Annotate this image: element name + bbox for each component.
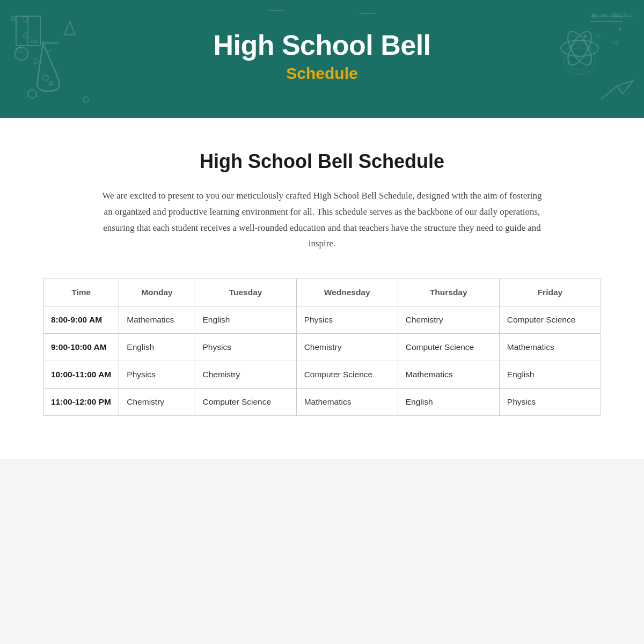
- deco-tl-icon: ⌓ ▷: [27, 32, 41, 70]
- deco-left-icon: ⊙ ○ △ ○: [11, 11, 28, 57]
- cell-friday: Mathematics: [499, 334, 601, 361]
- col-header-tuesday: Tuesday: [195, 279, 296, 306]
- cell-monday: Chemistry: [119, 389, 195, 416]
- col-header-friday: Friday: [499, 279, 601, 306]
- cell-thursday: Computer Science: [398, 334, 499, 361]
- svg-rect-14: [16, 16, 40, 46]
- cell-time: 10:00-11:00 AM: [43, 361, 119, 389]
- cell-friday: English: [499, 361, 601, 389]
- cell-thursday: English: [398, 389, 499, 416]
- cell-time: 11:00-12:00 PM: [43, 389, 119, 416]
- main-content: High School Bell Schedule We are excited…: [0, 118, 644, 459]
- cell-thursday: Chemistry: [398, 306, 499, 334]
- svg-point-16: [28, 90, 36, 98]
- table-header: Time Monday Tuesday Wednesday Thursday F…: [43, 279, 601, 306]
- svg-marker-5: [64, 21, 75, 35]
- cell-tuesday: Computer Science: [195, 389, 296, 416]
- cell-monday: Physics: [119, 361, 195, 389]
- cell-monday: Mathematics: [119, 306, 195, 334]
- svg-point-8: [564, 28, 596, 69]
- deco-tr-icon: ✦ ✧: [582, 27, 601, 44]
- cell-wednesday: Computer Science: [296, 361, 398, 389]
- cell-friday: Physics: [499, 389, 601, 416]
- cell-wednesday: Mathematics: [296, 389, 398, 416]
- cell-time: 9:00-10:00 AM: [43, 334, 119, 361]
- col-header-wednesday: Wednesday: [296, 279, 398, 306]
- svg-point-17: [83, 97, 89, 102]
- table-row: 8:00-9:00 AMMathematicsEnglishPhysicsChe…: [43, 306, 601, 334]
- svg-point-9: [564, 28, 596, 69]
- cell-friday: Computer Science: [499, 306, 601, 334]
- table-body: 8:00-9:00 AMMathematicsEnglishPhysicsChe…: [43, 306, 601, 416]
- schedule-table: Time Monday Tuesday Wednesday Thursday F…: [43, 279, 601, 416]
- col-header-thursday: Thursday: [398, 279, 499, 306]
- intro-paragraph: We are excited to present to you our met…: [102, 188, 542, 252]
- cell-tuesday: English: [195, 306, 296, 334]
- cell-wednesday: Chemistry: [296, 334, 398, 361]
- cell-tuesday: Chemistry: [195, 361, 296, 389]
- page-header: ⊙ ○ △ ○ e = mc² ✦ ◁ ⌓ ▷ ✦ ✧: [0, 0, 644, 118]
- cell-monday: English: [119, 334, 195, 361]
- header-title: High School Bell: [213, 30, 430, 61]
- cell-wednesday: Physics: [296, 306, 398, 334]
- cell-thursday: Mathematics: [398, 361, 499, 389]
- header-decoration-svg: [0, 0, 644, 118]
- svg-line-13: [601, 86, 617, 99]
- page-heading: High School Bell Schedule: [43, 150, 601, 173]
- table-row: 10:00-11:00 AMPhysicsChemistryComputer S…: [43, 361, 601, 389]
- cell-tuesday: Physics: [195, 334, 296, 361]
- header-subtitle: Schedule: [286, 64, 357, 83]
- svg-point-2: [43, 75, 48, 80]
- svg-marker-12: [617, 80, 633, 94]
- svg-point-3: [49, 82, 53, 85]
- table-row: 9:00-10:00 AMEnglishPhysicsChemistryComp…: [43, 334, 601, 361]
- col-header-monday: Monday: [119, 279, 195, 306]
- table-row: 11:00-12:00 PMChemistryComputer ScienceM…: [43, 389, 601, 416]
- col-header-time: Time: [43, 279, 119, 306]
- deco-right-icon: e = mc² ✦ ◁: [592, 8, 628, 49]
- svg-point-7: [561, 40, 598, 56]
- svg-point-6: [572, 40, 588, 56]
- svg-point-4: [15, 47, 28, 60]
- table-header-row: Time Monday Tuesday Wednesday Thursday F…: [43, 279, 601, 306]
- cell-time: 8:00-9:00 AM: [43, 306, 119, 334]
